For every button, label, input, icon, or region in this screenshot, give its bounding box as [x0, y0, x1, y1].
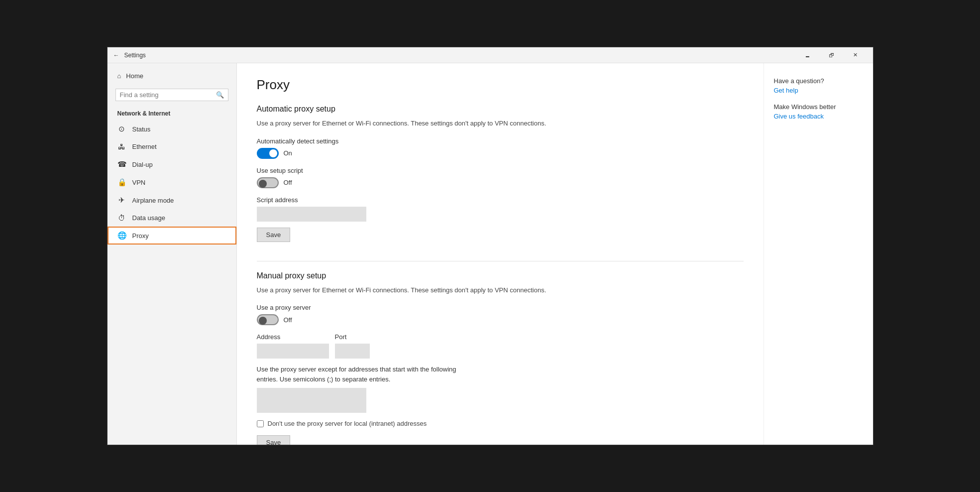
section-divider: [257, 261, 744, 261]
setup-script-toggle-knob: [259, 180, 267, 188]
settings-window: ← Settings 🗕 🗗 ✕ ⌂ Home 🔍 Network & Inte…: [107, 47, 873, 445]
search-icon[interactable]: 🔍: [216, 91, 224, 99]
sidebar-item-home[interactable]: ⌂ Home: [108, 67, 236, 85]
address-label: Address: [257, 333, 329, 341]
use-proxy-row: Off: [257, 314, 744, 325]
address-group: Address: [257, 333, 329, 359]
sidebar-item-vpn[interactable]: 🔒 VPN: [108, 173, 236, 191]
vpn-icon: 🔒: [117, 178, 126, 187]
automatic-section-title: Automatic proxy setup: [257, 105, 744, 114]
manual-save-button[interactable]: Save: [257, 435, 291, 445]
search-input[interactable]: [120, 91, 213, 99]
close-button[interactable]: ✕: [844, 47, 867, 63]
script-address-input[interactable]: [257, 207, 366, 222]
sidebar-item-ethernet-label: Ethernet: [132, 143, 157, 150]
right-panel-question: Have a question?: [774, 77, 863, 85]
ethernet-icon: 🖧: [117, 142, 126, 151]
restore-button[interactable]: 🗗: [820, 47, 843, 63]
auto-detect-toggle-label: On: [284, 149, 292, 157]
search-box: 🔍: [115, 89, 228, 101]
setup-script-row: Off: [257, 177, 744, 188]
local-checkbox[interactable]: [257, 420, 264, 427]
manual-section-title: Manual proxy setup: [257, 271, 744, 280]
window-controls: 🗕 🗗 ✕: [796, 47, 867, 63]
manual-section-desc: Use a proxy server for Ethernet or Wi-Fi…: [257, 285, 744, 295]
content-area: ⌂ Home 🔍 Network & Internet ⊙ Status 🖧 E…: [108, 63, 873, 445]
local-checkbox-label: Don't use the proxy server for local (in…: [268, 420, 427, 427]
sidebar-item-status[interactable]: ⊙ Status: [108, 120, 236, 138]
airplane-icon: ✈: [117, 196, 126, 205]
sidebar-item-vpn-label: VPN: [132, 179, 146, 186]
feedback-link[interactable]: Give us feedback: [774, 113, 863, 120]
exceptions-input[interactable]: [257, 388, 366, 413]
sidebar-item-data-usage-label: Data usage: [132, 214, 166, 222]
setup-script-label: Use setup script: [257, 167, 744, 174]
sidebar-item-ethernet[interactable]: 🖧 Ethernet: [108, 138, 236, 155]
sidebar: ⌂ Home 🔍 Network & Internet ⊙ Status 🖧 E…: [108, 63, 237, 445]
dialup-icon: ☎: [117, 160, 126, 169]
address-port-row: Address Port: [257, 333, 744, 359]
page-title: Proxy: [257, 77, 744, 93]
sidebar-item-proxy[interactable]: 🌐 Proxy: [108, 227, 236, 245]
main-content: Proxy Automatic proxy setup Use a proxy …: [237, 63, 763, 445]
home-icon: ⌂: [117, 72, 121, 80]
auto-detect-toggle-knob: [269, 149, 277, 157]
minimize-button[interactable]: 🗕: [796, 47, 819, 63]
setup-script-toggle[interactable]: [257, 177, 279, 188]
sidebar-item-proxy-label: Proxy: [132, 232, 149, 240]
address-input[interactable]: [257, 344, 329, 359]
sidebar-item-dialup[interactable]: ☎ Dial-up: [108, 155, 236, 173]
sidebar-item-data-usage[interactable]: ⏱ Data usage: [108, 209, 236, 227]
sidebar-item-airplane-mode[interactable]: ✈ Airplane mode: [108, 191, 236, 209]
auto-detect-toggle[interactable]: [257, 148, 279, 159]
auto-detect-label: Automatically detect settings: [257, 137, 744, 145]
use-proxy-toggle-label: Off: [284, 316, 292, 324]
port-input[interactable]: [335, 344, 370, 359]
auto-detect-row: On: [257, 148, 744, 159]
use-proxy-toggle-knob: [259, 317, 267, 325]
get-help-link[interactable]: Get help: [774, 87, 863, 94]
status-icon: ⊙: [117, 124, 126, 133]
checkbox-row: Don't use the proxy server for local (in…: [257, 420, 744, 427]
window-title: Settings: [124, 52, 146, 59]
exceptions-desc: Use the proxy server except for addresse…: [257, 365, 476, 384]
auto-save-button[interactable]: Save: [257, 228, 291, 242]
back-button[interactable]: ←: [113, 52, 119, 59]
sidebar-home-label: Home: [126, 72, 143, 80]
proxy-icon: 🌐: [117, 231, 126, 240]
title-bar: ← Settings 🗕 🗗 ✕: [108, 47, 873, 63]
script-address-label: Script address: [257, 196, 744, 204]
sidebar-category: Network & Internet: [108, 105, 236, 120]
use-proxy-label: Use a proxy server: [257, 304, 744, 311]
sidebar-item-status-label: Status: [132, 125, 151, 133]
right-panel: Have a question? Get help Make Windows b…: [763, 63, 873, 445]
sidebar-item-airplane-label: Airplane mode: [132, 197, 174, 204]
port-label: Port: [335, 333, 370, 341]
data-usage-icon: ⏱: [117, 214, 126, 222]
setup-script-toggle-label: Off: [284, 179, 292, 186]
port-group: Port: [335, 333, 370, 359]
right-panel-make: Make Windows better: [774, 103, 863, 111]
sidebar-item-dialup-label: Dial-up: [132, 161, 153, 168]
automatic-section-desc: Use a proxy server for Ethernet or Wi-Fi…: [257, 119, 744, 128]
use-proxy-toggle[interactable]: [257, 314, 279, 325]
